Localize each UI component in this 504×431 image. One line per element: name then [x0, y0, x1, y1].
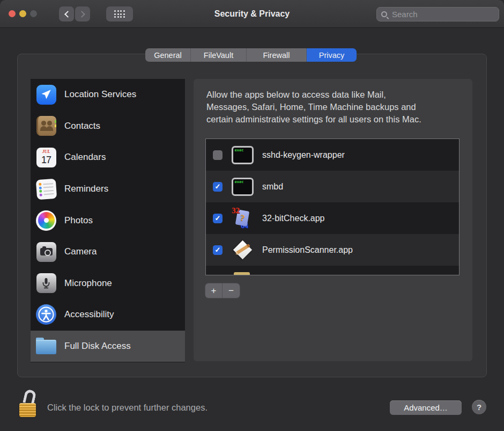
tab-bar: GeneralFileVaultFirewallPrivacy [145, 48, 357, 62]
security-privacy-window: Security & Privacy GeneralFileVaultFirew… [0, 0, 504, 431]
sidebar-item-contacts[interactable]: Contacts [31, 111, 185, 142]
nav-buttons [59, 6, 90, 21]
exec-icon: exec [231, 144, 254, 166]
sidebar-item-label: Calendars [64, 152, 106, 163]
app-name: sshd-keygen-wrapper [262, 150, 345, 160]
lock-message: Click the lock to prevent further change… [47, 403, 207, 413]
sidebar-item-label: Full Disk Access [64, 341, 131, 352]
sidebar-item-camera[interactable]: Camera [31, 236, 185, 268]
sidebar-item-label: Accessibility [64, 309, 114, 320]
exec-icon: exec [231, 176, 254, 198]
sidebar-item-microphone[interactable]: Microphone [31, 268, 185, 299]
add-app-button[interactable]: + [205, 283, 223, 298]
app-name: smbd [262, 182, 283, 192]
app-row-permissionscanner-app[interactable]: PermissionScanner.app [206, 234, 459, 266]
sidebar-item-label: Photos [64, 215, 93, 226]
search-icon [381, 11, 387, 17]
32bit-check-icon: 32?64 [231, 208, 254, 229]
location-services-icon [35, 84, 57, 105]
tab-privacy[interactable]: Privacy [307, 48, 357, 62]
app-row-sshd-keygen-wrapper[interactable]: execsshd-keygen-wrapper [206, 139, 459, 171]
app-row-partial[interactable] [206, 266, 459, 275]
app-checkbox[interactable] [213, 150, 223, 160]
close-button[interactable] [9, 10, 16, 17]
app-checkbox[interactable] [213, 182, 223, 192]
app-list: execsshd-keygen-wrapperexecsmbd32?6432-b… [205, 138, 459, 275]
sidebar-item-reminders[interactable]: Reminders [31, 173, 185, 205]
sidebar-item-accessibility[interactable]: Accessibility [31, 299, 185, 331]
remove-app-button[interactable]: − [223, 283, 240, 298]
privacy-panel: Allow the apps below to access data like… [194, 79, 472, 361]
lock-button[interactable] [19, 390, 38, 418]
grid-icon [114, 10, 125, 18]
app-name: PermissionScanner.app [262, 245, 353, 255]
add-remove-group: + − [205, 283, 240, 298]
back-button[interactable] [59, 6, 74, 21]
show-all-preferences-button[interactable] [106, 6, 133, 21]
tab-filevault[interactable]: FileVault [191, 48, 247, 62]
search-field[interactable] [376, 7, 499, 21]
forward-button[interactable] [75, 6, 90, 21]
sidebar-item-label: Contacts [64, 121, 100, 132]
search-input[interactable] [391, 9, 487, 19]
titlebar: Security & Privacy [0, 0, 504, 28]
zoom-button-disabled[interactable] [30, 10, 37, 17]
contacts-icon [35, 115, 57, 137]
sidebar-item-full-disk-access[interactable]: Full Disk Access [31, 331, 185, 362]
content-box: Location ServicesContactsJUL17CalendarsR… [17, 54, 487, 377]
sidebar-item-label: Reminders [64, 184, 108, 194]
sidebar-item-label: Location Services [64, 89, 136, 100]
minimize-button[interactable] [19, 10, 26, 17]
traffic-lights [9, 10, 37, 17]
sidebar-item-calendars[interactable]: JUL17Calendars [31, 142, 185, 173]
tab-general[interactable]: General [145, 48, 191, 62]
tab-firewall[interactable]: Firewall [247, 48, 307, 62]
reminders-icon [35, 178, 57, 200]
sidebar: Location ServicesContactsJUL17CalendarsR… [31, 79, 185, 362]
app-row-32-bitcheck-app[interactable]: 32?6432-bitCheck.app [206, 202, 459, 234]
microphone-icon [35, 273, 57, 294]
full-disk-access-icon [35, 335, 57, 357]
app-checkbox[interactable] [213, 245, 223, 255]
permission-scanner-icon [231, 239, 254, 261]
app-checkbox[interactable] [213, 214, 223, 223]
sidebar-item-label: Microphone [64, 278, 112, 289]
sidebar-item-location-services[interactable]: Location Services [31, 79, 185, 111]
photos-icon [35, 210, 57, 231]
help-button[interactable]: ? [472, 400, 486, 414]
calendars-icon: JUL17 [35, 147, 57, 168]
camera-icon [35, 241, 57, 262]
lock-open-icon [23, 389, 36, 405]
app-name: 32-bitCheck.app [262, 214, 325, 223]
advanced-button[interactable]: Advanced… [390, 400, 462, 415]
accessibility-icon [35, 304, 57, 325]
sidebar-item-photos[interactable]: Photos [31, 204, 185, 236]
chevron-left-icon [64, 11, 71, 18]
panel-description: Allow the apps below to access data like… [206, 89, 463, 126]
partial-app-icon [234, 272, 250, 275]
app-row-smbd[interactable]: execsmbd [206, 171, 459, 202]
chevron-right-icon [78, 11, 85, 18]
sidebar-item-label: Camera [64, 246, 97, 257]
